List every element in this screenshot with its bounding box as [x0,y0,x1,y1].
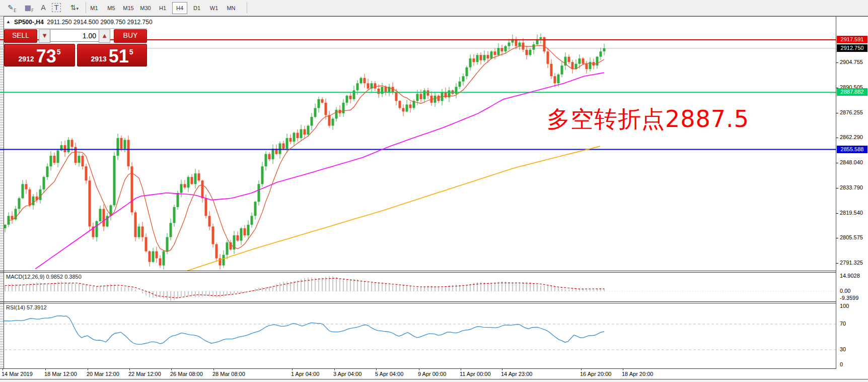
volume-increment-button[interactable]: ▲ [99,29,110,43]
rsi-axis-label: 0 [840,361,843,367]
buy-price-base: 2913 [91,55,107,63]
trading-app-window: ✎E ▦F A T ⇅▾ M1M5M15M30H1H4D1W1MN ▲SP500… [0,0,868,382]
price-badge: 2855.588 [837,146,867,153]
timeframe-M15[interactable]: M15 [121,2,136,14]
price-tick-label: 2833.790 [840,184,863,190]
time-tick-mark [213,369,214,370]
buy-button[interactable]: BUY [114,29,147,43]
time-tick-label: 14 Mar 2019 [2,371,33,377]
toolbar-separator [247,2,247,13]
time-tick-mark [129,369,130,370]
price-tick-mark [836,213,838,214]
time-tick-mark [502,369,502,370]
time-tick-mark [376,369,377,370]
time-tick-label: 11 Apr 00:00 [460,371,491,377]
pane-separator[interactable] [0,301,868,302]
price-tick-label: 2904.755 [840,59,863,65]
time-tick-mark [3,369,3,370]
price-tick-label: 2819.540 [840,210,863,216]
toolbar: ✎E ▦F A T ⇅▾ M1M5M15M30H1H4D1W1MN [0,0,868,16]
time-tick-mark [292,369,293,370]
price-tick-mark [836,163,838,163]
time-tick-label: 1 Apr 04:00 [291,371,319,377]
time-tick-mark [334,369,335,370]
price-tick-mark [836,62,838,63]
price-tick-mark [836,238,838,238]
volume-input[interactable] [50,29,99,42]
sell-price-big: 73 [36,48,56,65]
sell-price-base: 2912 [19,55,34,63]
timeframe-M30[interactable]: M30 [138,2,153,14]
price-tick-mark [836,263,838,264]
timeframe-M5[interactable]: M5 [104,2,119,14]
price-badge: 2917.591 [837,36,867,43]
timeframe-H1[interactable]: H1 [155,2,170,14]
macd-axis-label: 14.9028 [840,273,860,279]
timeframe-MN[interactable]: MN [224,2,239,14]
time-tick-label: 3 Apr 04:00 [333,371,361,377]
macd-label: MACD(12,26,9) 0.9852 0.3850 [6,274,82,280]
buy-price-display[interactable]: 2913515 [77,44,147,67]
price-tick-label: 2862.290 [840,134,863,140]
timeframe-D1[interactable]: D1 [189,2,204,14]
grid-tool-icon[interactable]: ▦F [22,2,36,14]
time-tick-label: 18 Mar 12:00 [44,371,77,377]
time-tick-label: 16 Apr 20:00 [580,371,611,377]
macd-axis-label: -9.3599 [840,295,858,301]
textbox-tool-icon[interactable]: T [50,2,62,14]
rsi-label: RSI(14) 57.3912 [6,304,47,310]
time-tick-mark [419,369,419,370]
macd-axis-label: 0.00 [840,288,850,294]
time-tick-label: 22 Mar 12:00 [128,371,161,377]
volume-decrement-button[interactable]: ▼ [39,29,50,43]
sort-dropdown-icon[interactable]: ⇅▾ [65,2,84,14]
timeframe-H4[interactable]: H4 [172,2,187,14]
timeframe-M1[interactable]: M1 [87,2,102,14]
price-tick-mark [836,138,838,138]
time-tick-mark [623,369,623,370]
sell-price-sup: 5 [57,48,61,56]
time-tick-label: 5 Apr 04:00 [375,371,403,377]
text-label-tool-icon[interactable]: A [38,2,48,14]
price-tick-mark [836,188,838,188]
sell-button[interactable]: SELL [4,29,37,43]
toolbar-separator [86,2,86,13]
draw-tool-icon[interactable]: ✎E [4,2,20,14]
price-tick-label: 2876.255 [840,109,863,115]
macd-pane[interactable] [0,273,836,301]
rsi-axis-label: 100 [840,303,849,309]
time-tick-mark [581,369,582,370]
rsi-axis-label: 70 [840,321,846,327]
time-tick-label: 28 Mar 08:00 [212,371,245,377]
price-tick-label: 2848.040 [840,159,863,165]
time-tick-mark [45,369,46,370]
rsi-axis-label: 30 [840,346,846,352]
price-badge: 2912.750 [837,44,867,52]
sell-price-display[interactable]: 2912735 [4,44,75,67]
time-tick-label: 26 Mar 08:00 [170,371,203,377]
price-tick-label: 2791.325 [840,260,863,266]
rsi-pane[interactable] [0,303,836,368]
window-edge [0,379,868,382]
price-tick-mark [836,113,838,113]
time-tick-label: 18 Apr 20:00 [622,371,653,377]
time-tick-label: 14 Apr 23:00 [501,371,532,377]
time-tick-label: 20 Mar 12:00 [87,371,119,377]
price-axis[interactable]: 2904.7552890.5052876.2552862.2902848.040… [836,17,868,379]
time-tick-mark [171,369,172,370]
time-axis[interactable]: 14 Mar 201918 Mar 12:0020 Mar 12:0022 Ma… [0,369,868,379]
time-tick-mark [461,369,461,370]
price-tick-label: 2805.575 [840,234,863,240]
buy-price-big: 51 [109,48,129,65]
timeframe-W1[interactable]: W1 [206,2,222,14]
pane-separator[interactable] [0,271,868,271]
chart-annotation-text: 多空转折点2887.5 [547,104,749,135]
time-tick-label: 9 Apr 00:00 [418,371,446,377]
time-tick-mark [88,369,88,370]
buy-price-sup: 5 [129,48,133,56]
price-badge: 2887.882 [837,88,867,96]
